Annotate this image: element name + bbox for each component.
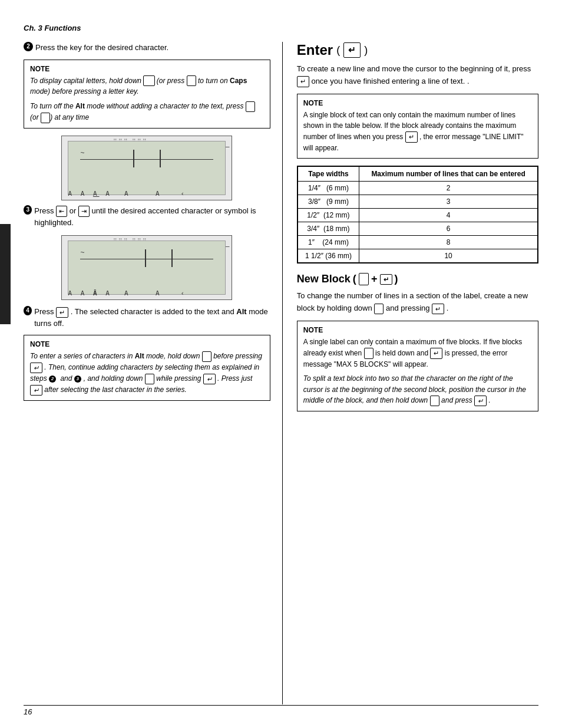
step-4-text: Press ↵ . The selected character is adde… — [34, 306, 270, 329]
step-num-2: 2 — [24, 42, 33, 51]
step-2-text: Press the key for the desired character. — [35, 42, 168, 54]
table-col2-header: Maximum number of lines that can be ente… — [359, 167, 538, 182]
step-num-4: 4 — [24, 306, 32, 315]
note-box-4: NOTE A single label can only contain a m… — [297, 321, 538, 411]
key-blank-2 — [187, 75, 196, 86]
note-text-1b: To turn off the Alt mode without adding … — [30, 101, 264, 123]
note-text-2: To enter a series of characters in Alt m… — [30, 351, 264, 396]
key-blank-1 — [143, 75, 154, 86]
key-blank-nb3 — [364, 348, 373, 358]
note-text-3: A single block of text can only contain … — [303, 110, 532, 154]
tape-lines-table: Tape widths Maximum number of lines that… — [297, 166, 538, 263]
key-enter-note4b: ↵ — [474, 396, 487, 406]
enter-paren-open: ( — [336, 44, 340, 57]
step-2: 2 Press the key for the desired characte… — [24, 42, 270, 54]
note-text-1a: To display capital letters, hold down (o… — [30, 75, 264, 98]
table-row: 3/4″ (18 mm) 6 — [297, 222, 537, 236]
note-text-4a: A single label can only contain a maximu… — [303, 337, 532, 370]
table-row: 1 1/2″ (36 mm) 10 — [297, 249, 537, 263]
note-label-2: NOTE — [30, 340, 264, 348]
tape-width-1: 1/4″ (6 mm) — [297, 182, 359, 195]
enter-title-text: Enter — [297, 42, 333, 58]
note-label-4: NOTE — [303, 326, 532, 334]
note-label-1: NOTE — [30, 65, 264, 73]
step-3-text: Press ⇤ or ⇥ until the desired accented … — [34, 205, 270, 228]
lcd-chars-1: A A A A A A ‹ — [68, 190, 187, 197]
enter-para: To create a new line and move the cursor… — [297, 63, 538, 88]
table-row: 1/4″ (6 mm) 2 — [297, 182, 537, 195]
table-row: 3/8″ (9 mm) 3 — [297, 195, 537, 209]
key-enter-para1: ↵ — [297, 76, 309, 87]
key-blank-nb2 — [374, 304, 384, 314]
key-enter-note4a: ↵ — [430, 348, 442, 358]
key-blank-4 — [41, 113, 50, 123]
key-fwd-1: ⇥ — [78, 206, 90, 216]
key-enter-note3: ↵ — [405, 131, 418, 142]
new-block-title: New Block ( + ↵ ) — [297, 273, 538, 285]
step-3: 3 Press ⇤ or ⇥ until the desired accente… — [24, 205, 270, 228]
lcd-diagram-2: ⠿⠿⠿ ⠿⠿⠿ – ~ A A Â A A A ‹ — [61, 235, 232, 300]
tape-width-5: 1″ (24 mm) — [297, 236, 359, 249]
new-block-paren-open: ( — [353, 273, 356, 285]
tape-lines-2: 3 — [359, 195, 538, 209]
tape-lines-5: 8 — [359, 236, 538, 249]
key-blank-5 — [202, 351, 211, 362]
table-row: 1/2″ (12 mm) 4 — [297, 209, 537, 222]
note-box-1: NOTE To display capital letters, hold do… — [24, 60, 270, 129]
table-col1-header: Tape widths — [297, 167, 359, 182]
key-blank-3 — [246, 101, 255, 112]
note-label-3: NOTE — [303, 99, 532, 107]
enter-paren-close: ) — [364, 44, 368, 57]
key-blank-nb — [359, 273, 369, 285]
new-block-para: To change the number of lines in a secti… — [297, 290, 538, 315]
enter-section-title: Enter ( ↵ ) — [297, 42, 538, 58]
key-enter-title: ↵ — [343, 42, 361, 58]
note-box-2: NOTE To enter a series of characters in … — [24, 335, 270, 401]
tape-width-6: 1 1/2″ (36 mm) — [297, 249, 359, 263]
key-enter-step4: ↵ — [56, 307, 68, 318]
lcd-diagram-1: ⠿⠿⠿ ⠿⠿⠿ – ~ A A A A A A ‹ — [61, 136, 232, 200]
key-enter-nb-para: ↵ — [432, 304, 444, 314]
tape-lines-1: 2 — [359, 182, 538, 195]
table-row: 1″ (24 mm) 8 — [297, 236, 537, 249]
tape-width-4: 3/4″ (18 mm) — [297, 222, 359, 236]
key-blank-6 — [145, 374, 154, 384]
note-box-3: NOTE A single block of text can only con… — [297, 94, 538, 159]
key-enter-nb-title: ↵ — [380, 274, 392, 285]
note-text-4b: To split a text block into two so that t… — [303, 373, 532, 406]
chapter-title: Ch. 3 Functions — [24, 24, 538, 32]
left-black-bar — [0, 224, 11, 324]
key-back-1: ⇤ — [56, 206, 67, 216]
step-ref-2: 2 — [49, 375, 56, 383]
tape-lines-6: 10 — [359, 249, 538, 263]
new-block-text: New Block — [297, 273, 351, 285]
page-divider — [24, 705, 538, 706]
step-4: 4 Press ↵ . The selected character is ad… — [24, 306, 270, 329]
new-block-paren-close: ) — [395, 273, 398, 285]
tape-lines-4: 6 — [359, 222, 538, 236]
step-num-3: 3 — [24, 205, 32, 215]
tape-lines-3: 4 — [359, 209, 538, 222]
new-block-plus: + — [371, 273, 378, 285]
key-enter-note2c: ↵ — [30, 385, 42, 396]
lcd-chars-2: A A Â A A A ‹ — [68, 289, 187, 297]
tape-width-3: 1/2″ (12 mm) — [297, 209, 359, 222]
page-number: 16 — [24, 707, 32, 716]
key-blank-nb4 — [430, 396, 439, 406]
tape-width-2: 3/8″ (9 mm) — [297, 195, 359, 209]
key-enter-note2a: ↵ — [30, 363, 42, 373]
key-enter-note2b: ↵ — [203, 374, 216, 384]
step-ref-3: 3 — [74, 375, 81, 383]
